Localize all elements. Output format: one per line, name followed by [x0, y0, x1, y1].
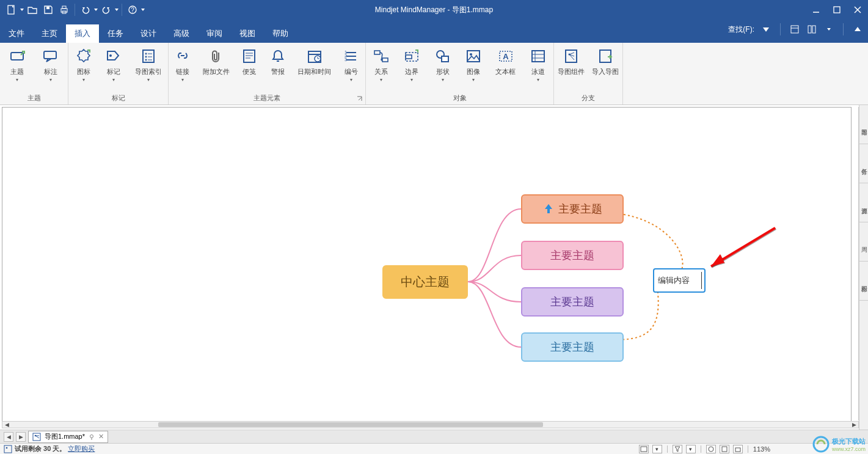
header-icon-2[interactable] — [806, 24, 817, 35]
sidebar-tab-资源[interactable]: 资源 — [859, 183, 868, 222]
tag-dropdown-icon[interactable]: ▾ — [112, 77, 115, 82]
topic-dropdown-icon[interactable]: ▾ — [16, 77, 18, 82]
sidebar-tab-任务[interactable]: 任务 — [859, 144, 868, 183]
document-tab[interactable]: 导图1.mmap* ✕ — [28, 431, 108, 443]
ribbon-import-button[interactable]: 导入导图 — [589, 46, 621, 78]
menu-插入[interactable]: 插入 — [66, 24, 99, 43]
collapse-ribbon-icon[interactable] — [852, 24, 863, 35]
sidebar-tab-图标[interactable]: 图标 — [859, 262, 868, 301]
zoom-level[interactable]: 113% — [753, 445, 770, 453]
sidebar-tab-周[interactable]: 周 — [859, 222, 868, 262]
tab-nav-prev[interactable]: ◀ — [4, 432, 13, 442]
menu-设计[interactable]: 设计 — [132, 24, 165, 43]
horizontal-scrollbar[interactable]: ◀ ▶ — [2, 421, 859, 428]
image-dropdown-icon[interactable]: ▾ — [472, 77, 475, 82]
menu-视图[interactable]: 视图 — [231, 24, 264, 43]
scroll-left-icon[interactable]: ◀ — [2, 422, 11, 428]
ribbon-textbox-button[interactable]: A文本框 — [493, 46, 518, 78]
ribbon-attach-button[interactable]: 附加文件 — [200, 46, 232, 78]
ribbon-tag-button[interactable]: 标记▾ — [103, 46, 125, 84]
svg-rect-11 — [791, 26, 798, 33]
main-topic-4[interactable]: 主要主题 — [521, 332, 624, 362]
main-topic-2[interactable]: 主要主题 — [521, 241, 624, 270]
menu-任务[interactable]: 任务 — [99, 24, 132, 43]
group-launcher-icon[interactable] — [356, 96, 363, 103]
icon-dropdown-icon[interactable]: ▾ — [82, 77, 85, 82]
index-dropdown-icon[interactable]: ▾ — [147, 77, 150, 82]
buy-now-link[interactable]: 立即购买 — [68, 445, 95, 452]
header-dropdown-icon[interactable] — [823, 24, 834, 35]
status-icon-b[interactable] — [720, 445, 729, 453]
ribbon-number-button[interactable]: 123编号▾ — [340, 46, 362, 84]
help-icon[interactable]: ? — [125, 2, 140, 18]
view-mode-1-icon[interactable] — [639, 445, 649, 453]
ribbon-icon-button[interactable]: 图标▾ — [73, 46, 95, 84]
menu-审阅[interactable]: 审阅 — [198, 24, 231, 43]
ribbon-group-主题元素: 链接▾附加文件便笺警报日期和时间123编号▾主题元素 — [169, 43, 366, 104]
menu-主页[interactable]: 主页 — [33, 24, 66, 43]
redo-icon[interactable] — [98, 2, 114, 18]
ribbon-icon-label: 图标 — [77, 67, 90, 76]
new-file-icon[interactable] — [4, 2, 20, 18]
scroll-right-icon[interactable]: ▶ — [850, 422, 858, 428]
maximize-button[interactable] — [826, 0, 847, 20]
menu-高级[interactable]: 高级 — [165, 24, 198, 43]
menu-帮助[interactable]: 帮助 — [264, 24, 297, 43]
filter-icon[interactable] — [673, 445, 682, 453]
ribbon-link-button[interactable]: 链接▾ — [172, 46, 194, 84]
undo-dropdown-icon[interactable] — [93, 9, 98, 11]
ribbon-index-button[interactable]: 导图索引▾ — [133, 46, 164, 84]
svg-rect-8 — [834, 7, 840, 13]
help-dropdown-icon[interactable] — [140, 9, 145, 11]
ribbon-shape-button[interactable]: 形状▾ — [432, 46, 454, 84]
view-dropdown-icon[interactable]: ▾ — [652, 445, 662, 453]
open-file-icon[interactable] — [24, 2, 40, 18]
link-dropdown-icon[interactable]: ▾ — [181, 77, 184, 82]
ribbon-group-label-主题元素: 主题元素 — [169, 91, 365, 104]
ribbon-parts-button[interactable]: 导图组件 — [555, 46, 587, 78]
svg-rect-63 — [33, 433, 40, 441]
canvas[interactable]: 中心主题 主要主题 主要主题 主要主题 主要主题 编辑内容 — [2, 107, 852, 422]
ribbon-image-button[interactable]: 图像▾ — [462, 46, 484, 84]
ribbon-relation-button[interactable]: 关系▾ — [370, 46, 392, 84]
status-icon-a[interactable] — [706, 445, 716, 453]
ribbon-swim-button[interactable]: 泳道▾ — [527, 46, 549, 84]
minimize-button[interactable] — [806, 0, 826, 20]
swim-dropdown-icon[interactable]: ▾ — [537, 77, 539, 82]
filter-dropdown-icon[interactable]: ▾ — [686, 445, 696, 453]
ribbon-callout-button[interactable]: 标注▾ — [40, 46, 62, 84]
callout-edit[interactable]: 编辑内容 — [653, 268, 706, 293]
svg-line-66 — [35, 436, 39, 438]
new-file-dropdown-icon[interactable] — [20, 9, 24, 11]
number-dropdown-icon[interactable]: ▾ — [350, 77, 352, 82]
ribbon-boundary-button[interactable]: 边界▾ — [401, 46, 423, 84]
boundary-dropdown-icon[interactable]: ▾ — [410, 77, 413, 82]
redo-dropdown-icon[interactable] — [114, 9, 119, 11]
ribbon-note-button[interactable]: 便笺 — [238, 46, 260, 78]
attach-icon — [208, 48, 225, 65]
menu-文件[interactable]: 文件 — [0, 24, 33, 43]
shape-dropdown-icon[interactable]: ▾ — [442, 77, 444, 82]
main-topic-3[interactable]: 主要主题 — [521, 287, 624, 317]
doc-tab-pin-icon[interactable] — [89, 434, 95, 440]
main-topic-1[interactable]: 主要主题 — [521, 194, 624, 224]
central-topic[interactable]: 中心主题 — [382, 265, 468, 299]
tab-nav-next[interactable]: ▶ — [16, 432, 26, 442]
menu-bar: 文件主页插入任务设计高级审阅视图帮助 查找(F): — [0, 20, 868, 43]
doc-tab-close-icon[interactable]: ✕ — [98, 433, 104, 441]
relation-dropdown-icon[interactable]: ▾ — [380, 77, 382, 82]
close-button[interactable] — [847, 0, 868, 20]
find-dropdown-icon[interactable] — [760, 24, 771, 35]
ribbon-topic-button[interactable]: 主题▾ — [6, 46, 28, 84]
print-icon[interactable] — [56, 2, 72, 18]
save-icon[interactable] — [40, 2, 56, 18]
ribbon-alert-button[interactable]: 警报 — [267, 46, 289, 78]
import-icon — [597, 48, 614, 65]
sidebar-tab-导图[interactable]: 导图 — [859, 105, 868, 144]
header-icon-1[interactable] — [789, 24, 800, 35]
undo-icon[interactable] — [78, 2, 93, 18]
hscroll-thumb[interactable] — [158, 422, 543, 427]
ribbon-datetime-button[interactable]: 日期和时间 — [295, 46, 334, 78]
status-icon-c[interactable] — [733, 445, 743, 453]
callout-dropdown-icon[interactable]: ▾ — [49, 77, 52, 82]
